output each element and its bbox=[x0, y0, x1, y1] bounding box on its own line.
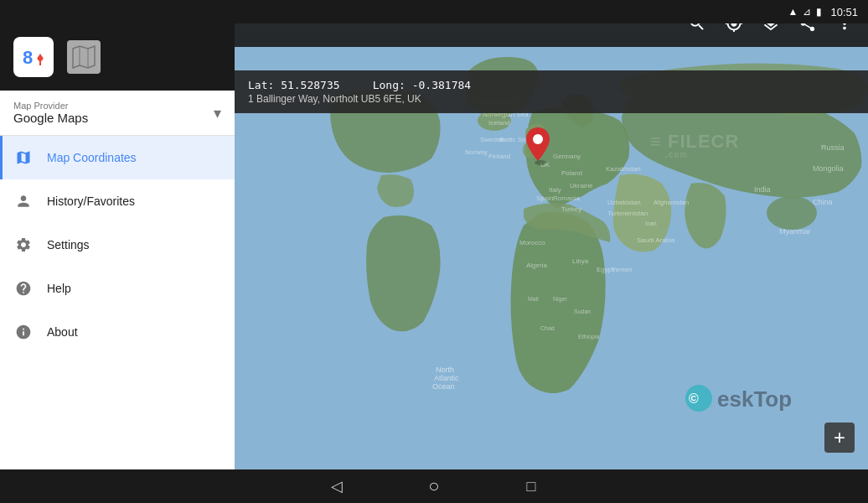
svg-text:Ethiopia: Ethiopia bbox=[578, 334, 599, 340]
svg-text:eskTop: eskTop bbox=[717, 386, 792, 412]
svg-text:©: © bbox=[689, 392, 699, 406]
zoom-in-button[interactable]: + bbox=[824, 423, 855, 453]
svg-text:Baltic Sea: Baltic Sea bbox=[499, 136, 530, 143]
svg-text:8: 8 bbox=[23, 47, 33, 68]
svg-text:China: China bbox=[813, 198, 833, 206]
svg-text:.com: .com bbox=[665, 150, 688, 158]
svg-text:Russia: Russia bbox=[821, 143, 845, 152]
desktopp-watermark: © eskTop bbox=[684, 377, 851, 419]
about-label: About bbox=[47, 325, 78, 339]
svg-text:Atlantic: Atlantic bbox=[434, 374, 459, 382]
drawer-menu: Map Coordinates History/Favorites Settin… bbox=[0, 136, 235, 469]
svg-text:Yemen: Yemen bbox=[612, 266, 633, 273]
svg-point-3 bbox=[38, 56, 43, 61]
info-icon bbox=[13, 322, 34, 342]
navigation-drawer: 8 Map Provider Google Maps ▾ bbox=[0, 23, 235, 469]
time-display: 10:51 bbox=[830, 6, 858, 18]
svg-text:Iran: Iran bbox=[645, 220, 657, 227]
svg-text:Iceland: Iceland bbox=[488, 119, 510, 127]
recents-button[interactable]: □ bbox=[516, 471, 546, 501]
svg-text:Finland: Finland bbox=[488, 153, 510, 160]
sidebar-item-map-coordinates[interactable]: Map Coordinates bbox=[0, 136, 235, 179]
map-icon bbox=[13, 148, 34, 168]
svg-point-49 bbox=[533, 134, 543, 144]
svg-point-50 bbox=[535, 160, 546, 165]
filecr-watermark: ≡ FILECR .com bbox=[650, 124, 801, 163]
map-secondary-icon bbox=[67, 40, 101, 74]
sidebar-item-history-favorites[interactable]: History/Favorites bbox=[0, 179, 235, 223]
status-icons: ▲ ⊿ ▮ 10:51 bbox=[788, 6, 858, 18]
svg-text:Ukraine: Ukraine bbox=[570, 182, 593, 189]
map-provider-selector[interactable]: Map Provider Google Maps ▾ bbox=[0, 91, 235, 136]
svg-text:Kazakhstan: Kazakhstan bbox=[606, 165, 641, 173]
svg-text:Norway: Norway bbox=[465, 148, 488, 156]
sidebar-item-help[interactable]: Help bbox=[0, 267, 235, 310]
svg-text:Chad: Chad bbox=[540, 325, 555, 331]
wifi-icon: ⊿ bbox=[803, 6, 811, 18]
plus-icon: + bbox=[834, 426, 845, 449]
help-icon bbox=[13, 278, 34, 298]
svg-marker-5 bbox=[73, 46, 95, 68]
svg-text:India: India bbox=[754, 185, 771, 194]
settings-icon bbox=[13, 235, 34, 255]
settings-label: Settings bbox=[47, 238, 90, 252]
svg-text:Italy: Italy bbox=[549, 186, 561, 194]
map-provider-label: Map Provider bbox=[13, 101, 88, 111]
svg-point-9 bbox=[767, 196, 817, 230]
app-icons: 8 bbox=[13, 37, 101, 77]
svg-text:Mali: Mali bbox=[528, 296, 539, 302]
sidebar-item-about[interactable]: About bbox=[0, 310, 235, 354]
svg-text:Sudan: Sudan bbox=[574, 309, 591, 314]
svg-text:Ocean: Ocean bbox=[432, 382, 455, 391]
back-icon: ◁ bbox=[331, 477, 343, 495]
map-coordinates-label: Map Coordinates bbox=[47, 151, 137, 164]
bottom-navigation: ◁ ○ □ bbox=[0, 469, 868, 503]
svg-text:Egypt: Egypt bbox=[597, 266, 614, 273]
svg-text:North: North bbox=[436, 366, 454, 374]
help-label: Help bbox=[47, 282, 71, 295]
svg-text:Myanmar: Myanmar bbox=[779, 227, 811, 236]
status-bar: ▲ ⊿ ▮ 10:51 bbox=[0, 0, 868, 23]
svg-text:Afghanistan: Afghanistan bbox=[654, 199, 689, 206]
lat-display: Lat: 51.528735 bbox=[248, 79, 340, 91]
battery-icon: ▮ bbox=[816, 6, 822, 18]
address-display: 1 Ballinger Way, Northolt UB5 6FE, UK bbox=[248, 93, 855, 105]
svg-text:Saudi Arabia: Saudi Arabia bbox=[637, 236, 675, 244]
svg-text:Algeria: Algeria bbox=[526, 262, 547, 269]
svg-text:Poland: Poland bbox=[561, 169, 582, 177]
back-button[interactable]: ◁ bbox=[322, 471, 352, 501]
svg-text:Libya: Libya bbox=[572, 257, 589, 265]
signal-icon: ▲ bbox=[788, 6, 798, 18]
chevron-down-icon: ▾ bbox=[214, 104, 221, 122]
long-display: Long: -0.381784 bbox=[373, 79, 471, 91]
google-maps-app-icon: 8 bbox=[13, 37, 54, 77]
person-icon bbox=[13, 191, 34, 211]
svg-text:Turkmenistan: Turkmenistan bbox=[607, 210, 648, 217]
home-icon: ○ bbox=[428, 475, 439, 497]
svg-text:Uzbekistan: Uzbekistan bbox=[607, 199, 641, 206]
svg-text:Romania: Romania bbox=[553, 194, 581, 202]
svg-text:Germany: Germany bbox=[553, 153, 581, 160]
svg-text:≡ FILECR: ≡ FILECR bbox=[650, 131, 739, 152]
recents-icon: □ bbox=[527, 478, 536, 495]
svg-text:Mongolia: Mongolia bbox=[813, 164, 844, 173]
sidebar-item-settings[interactable]: Settings bbox=[0, 223, 235, 267]
map-provider-name: Google Maps bbox=[13, 111, 88, 125]
svg-text:Morocco: Morocco bbox=[519, 239, 545, 246]
home-button[interactable]: ○ bbox=[419, 471, 449, 501]
drawer-header: 8 bbox=[0, 23, 235, 91]
history-favorites-label: History/Favorites bbox=[47, 194, 135, 208]
coordinates-info-box: Lat: 51.528735 Long: -0.381784 1 Balling… bbox=[235, 70, 868, 113]
map-provider-info: Map Provider Google Maps bbox=[13, 101, 88, 125]
svg-text:Spain: Spain bbox=[536, 194, 553, 202]
svg-text:Niger: Niger bbox=[553, 296, 567, 303]
coordinates-display: Lat: 51.528735 Long: -0.381784 bbox=[248, 79, 855, 91]
svg-text:Turkey: Turkey bbox=[561, 205, 581, 213]
